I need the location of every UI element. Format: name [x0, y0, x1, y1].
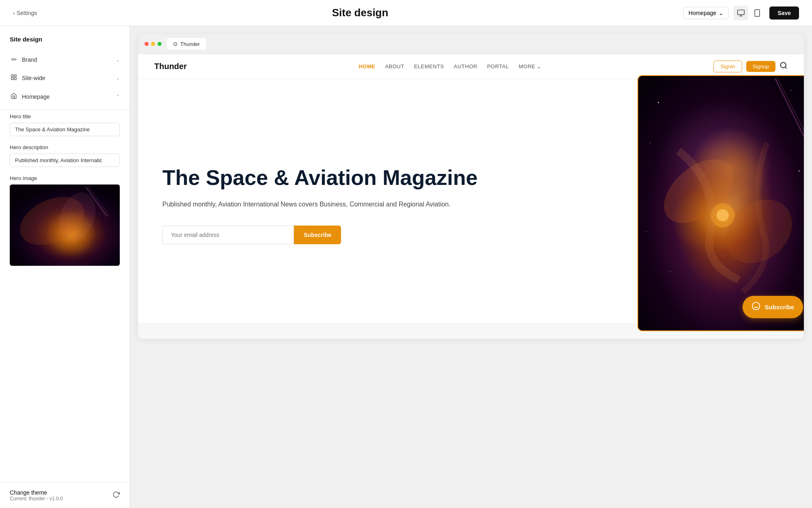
nav-item-elements[interactable]: ELEMENTS [414, 63, 444, 69]
hero-desc-label: Hero description [10, 144, 120, 150]
svg-point-29 [799, 170, 800, 172]
nav-item-author[interactable]: AUTHOR [454, 63, 477, 69]
hero-desc-field-group: Hero description [10, 144, 120, 167]
svg-rect-7 [11, 78, 13, 80]
svg-point-23 [717, 209, 729, 221]
chevron-up-icon: ⌃ [116, 94, 120, 100]
desktop-device-button[interactable] [734, 6, 748, 20]
search-button[interactable] [780, 61, 788, 72]
svg-rect-0 [738, 10, 745, 15]
sidebar-bottom: Change theme Current: thunder - v1.0.0 [0, 482, 130, 508]
signup-button[interactable]: Signup [746, 61, 775, 72]
svg-rect-3 [755, 9, 760, 16]
sidebar: Site design ✏ Brand ⌄ Site-wide ⌄ [0, 26, 130, 508]
grid-icon [10, 74, 18, 82]
save-button[interactable]: Save [769, 7, 799, 20]
email-input[interactable] [162, 226, 294, 244]
top-bar: ‹ Settings Site design Homepage ⌄ Save [0, 0, 812, 26]
browser-bar: ⊙ Thunder [138, 34, 804, 54]
sidebar-item-brand[interactable]: ✏ Brand ⌄ [5, 51, 125, 68]
refresh-icon[interactable] [112, 491, 120, 500]
top-bar-right: Homepage ⌄ Save [683, 6, 799, 20]
hero-description: Published monthly, Aviation Internationa… [162, 199, 605, 210]
thunder-favicon: ⊙ [173, 41, 178, 47]
hero-desc-input[interactable] [10, 154, 120, 167]
nav-item-home[interactable]: HOME [358, 63, 375, 69]
sidebar-item-site-wide[interactable]: Site-wide ⌄ [5, 69, 125, 87]
hero-title-field-group: Hero title [10, 113, 120, 136]
svg-point-26 [658, 102, 659, 103]
nav-item-about[interactable]: ABOUT [385, 63, 404, 69]
device-icons [734, 6, 764, 20]
browser-tab-label: Thunder [180, 41, 200, 47]
change-theme-label: Change theme [10, 489, 63, 496]
hero-title-label: Hero title [10, 113, 120, 119]
svg-point-28 [650, 142, 651, 143]
signin-button[interactable]: Signin [713, 61, 742, 72]
chevron-down-icon: ⌄ [116, 57, 120, 63]
current-theme-label: Current: thunder - v1.0.0 [10, 496, 63, 501]
browser-dot-yellow [151, 42, 155, 46]
hero-section: The Space & Aviation Magazine Published … [138, 79, 804, 323]
sidebar-item-homepage[interactable]: Homepage ⌃ [5, 88, 125, 106]
hero-left: The Space & Aviation Magazine Published … [138, 79, 629, 323]
back-icon: ‹ [13, 10, 15, 16]
subscribe-button[interactable]: Subscribe [294, 226, 341, 244]
sidebar-fields: Hero title Hero description Hero image [0, 113, 130, 274]
svg-point-34 [752, 302, 760, 310]
hero-image-canvas [10, 185, 120, 266]
sidebar-sitewide-label: Site-wide [22, 75, 45, 81]
top-bar-left: ‹ Settings [13, 10, 37, 16]
hero-right: Subscribe [629, 79, 804, 323]
chevron-down-icon: ⌄ [537, 63, 542, 69]
back-link[interactable]: ‹ Settings [13, 10, 37, 16]
browser-frame: ⊙ Thunder Thunder HOME ABOUT ELEMENTS AU… [138, 34, 804, 339]
home-icon [10, 93, 18, 101]
browser-dot-red [145, 42, 149, 46]
svg-point-15 [781, 63, 786, 68]
chevron-down-icon: ⌄ [116, 75, 120, 81]
preview-area: ⊙ Thunder Thunder HOME ABOUT ELEMENTS AU… [130, 26, 812, 508]
sidebar-divider [0, 110, 130, 110]
hero-email-row: Subscribe [162, 226, 341, 244]
nav-item-portal[interactable]: PORTAL [487, 63, 509, 69]
hero-image-preview[interactable] [10, 185, 120, 266]
site-menu: HOME ABOUT ELEMENTS AUTHOR PORTAL MORE ⌄ [358, 63, 542, 69]
svg-point-30 [670, 271, 671, 272]
homepage-dropdown[interactable]: Homepage ⌄ [683, 7, 729, 19]
page-title: Site design [332, 7, 389, 19]
chevron-down-icon: ⌄ [719, 10, 723, 16]
browser-tab: ⊙ Thunder [166, 38, 206, 50]
website-preview: Thunder HOME ABOUT ELEMENTS AUTHOR PORTA… [138, 54, 804, 323]
site-logo: Thunder [154, 62, 187, 71]
hero-title-input[interactable] [10, 123, 120, 136]
hero-image-label: Hero image [10, 175, 120, 181]
back-label: Settings [17, 10, 37, 16]
floating-subscribe-label: Subscribe [764, 304, 794, 310]
sidebar-header: Site design [0, 26, 130, 51]
hero-image-bg [638, 76, 804, 330]
svg-rect-6 [14, 75, 16, 77]
svg-rect-5 [11, 75, 13, 77]
svg-rect-8 [14, 78, 16, 80]
sidebar-section-title: Site design [10, 36, 120, 43]
mobile-device-button[interactable] [750, 6, 764, 20]
hero-image-field-group: Hero image [10, 175, 120, 266]
svg-point-27 [790, 90, 791, 91]
edit-icon: ✏ [10, 56, 18, 63]
sidebar-brand-label: Brand [22, 56, 37, 63]
nav-item-more[interactable]: MORE ⌄ [518, 63, 542, 69]
hero-title: The Space & Aviation Magazine [162, 166, 605, 189]
hero-image-box: Subscribe [637, 75, 804, 331]
floating-subscribe-button[interactable]: Subscribe [743, 296, 803, 318]
browser-dots [145, 42, 162, 46]
user-circle-icon [752, 302, 760, 313]
sidebar-nav: ✏ Brand ⌄ Site-wide ⌄ [0, 51, 130, 106]
svg-point-32 [646, 231, 647, 232]
sidebar-homepage-label: Homepage [22, 93, 50, 100]
site-nav-right: Signin Signup [713, 61, 788, 72]
dropdown-label: Homepage [689, 10, 717, 16]
svg-line-16 [785, 67, 787, 69]
browser-dot-green [158, 42, 162, 46]
main-layout: Site design ✏ Brand ⌄ Site-wide ⌄ [0, 26, 812, 508]
